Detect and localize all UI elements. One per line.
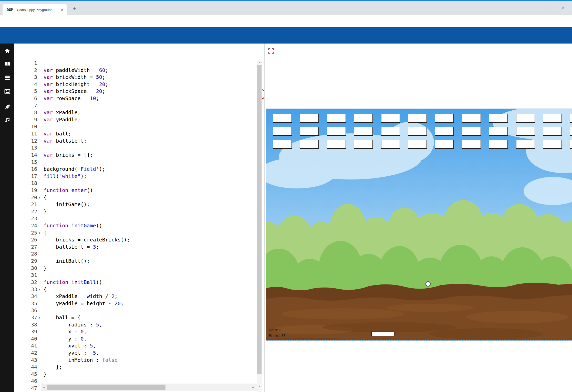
code-line[interactable]: 6var rowSpace = 10;	[14, 95, 257, 102]
code-line[interactable]: 9var yPaddle;	[14, 116, 257, 123]
code-line[interactable]: 11var ball;	[14, 130, 257, 137]
brick	[327, 140, 346, 149]
code-line[interactable]: 42 yvel : -5,	[14, 349, 257, 357]
line-number-gutter: 37▾	[14, 314, 42, 321]
game-paddle	[371, 332, 394, 336]
code-line[interactable]: 36	[14, 307, 257, 314]
code-line[interactable]: 3var brickWidth = 50;	[14, 74, 257, 81]
code-line[interactable]: 4var brickHeight = 20;	[14, 81, 257, 88]
code-line[interactable]: 45}	[14, 371, 257, 378]
line-number-gutter: 7	[14, 102, 42, 109]
code-line[interactable]: 37▾ ball = {	[14, 314, 257, 321]
music-icon[interactable]	[4, 117, 11, 123]
code-line[interactable]: 5var brickSpace = 20;	[14, 88, 257, 95]
brick	[408, 114, 427, 123]
line-number-gutter: 24	[14, 222, 42, 229]
vertical-scrollbar-thumb[interactable]	[257, 65, 262, 374]
scroll-left-icon[interactable]: ◂	[41, 385, 47, 390]
brick	[435, 140, 454, 149]
preview-fullscreen-icon[interactable]	[268, 48, 274, 54]
code-line[interactable]: 41 xvel : 5,	[14, 342, 257, 349]
code-line[interactable]: 8var xPaddle;	[14, 109, 257, 116]
line-number-gutter: 29	[14, 258, 42, 265]
line-number-gutter: 40	[14, 335, 42, 343]
code-line[interactable]: 28	[14, 250, 257, 258]
brick	[273, 127, 292, 136]
new-tab-button[interactable]: +	[71, 5, 78, 13]
code-line[interactable]: 30}	[14, 265, 257, 272]
code-editor[interactable]: 12var paddleWidth = 60;3var brickWidth =…	[14, 60, 257, 392]
line-number-gutter: 4	[14, 81, 42, 88]
code-line[interactable]: 2var paddleWidth = 60;	[14, 67, 257, 74]
code-line[interactable]: 31	[14, 272, 257, 279]
fold-arrow-icon[interactable]: ▾	[37, 286, 42, 293]
brick	[408, 127, 427, 136]
window-close-button[interactable]: ✕	[558, 4, 568, 12]
code-line[interactable]: 15	[14, 159, 257, 166]
code-line[interactable]: 14var bricks = [];	[14, 152, 257, 159]
brick	[516, 127, 535, 136]
code-line[interactable]: 39 x : 0,	[14, 328, 257, 335]
code-line[interactable]: 10	[14, 123, 257, 130]
brick	[300, 127, 319, 136]
hud-balls-count: Balls: 3	[269, 327, 281, 333]
code-line[interactable]: 24function initGame()	[14, 222, 257, 229]
code-line[interactable]: 22}	[14, 208, 257, 215]
scroll-right-icon[interactable]: ▸	[251, 385, 256, 390]
home-icon[interactable]	[4, 48, 11, 54]
horizontal-scrollbar-thumb[interactable]	[47, 385, 165, 390]
brick	[462, 127, 481, 136]
codeguppy-header: CodeGuppy Breakout ↻ Reload Save a copy	[0, 27, 572, 44]
window-minimize-button[interactable]: —	[523, 4, 533, 12]
line-number-gutter: 18	[14, 180, 42, 187]
code-line[interactable]: 26 bricks = createBricks();	[14, 236, 257, 243]
brick	[354, 114, 373, 123]
code-line[interactable]: 1	[14, 60, 257, 67]
code-line[interactable]: 23	[14, 215, 257, 222]
fold-arrow-icon[interactable]: ▾	[37, 314, 42, 321]
code-line[interactable]: 12var ballsLeft;	[14, 137, 257, 145]
line-number-gutter: 14	[14, 152, 42, 159]
code-line[interactable]: 13	[14, 144, 257, 152]
code-line[interactable]: 18	[14, 180, 257, 187]
line-number-gutter: 23	[14, 215, 42, 222]
rocket-icon[interactable]	[4, 104, 11, 110]
code-line[interactable]: 21 initGame();	[14, 201, 257, 208]
line-number-gutter: 16	[14, 166, 42, 173]
browser-tab[interactable]: Code CodeGuppy Playground ✕	[3, 4, 67, 16]
code-line[interactable]: 20▾{	[14, 194, 257, 201]
scroll-up-icon[interactable]: ▴	[257, 60, 262, 65]
code-line[interactable]: 29 initBall();	[14, 258, 257, 265]
code-line[interactable]: 7	[14, 102, 257, 109]
code-line[interactable]: 44 };	[14, 364, 257, 371]
code-line[interactable]: 16background('Field');	[14, 166, 257, 173]
line-number-gutter: 41	[14, 342, 42, 349]
window-maximize-button[interactable]: □	[540, 4, 550, 12]
game-canvas[interactable]: Balls: 3 Bricks: 33	[266, 109, 572, 341]
brick	[543, 114, 562, 123]
code-line[interactable]: 32function initBall()	[14, 279, 257, 286]
code-line[interactable]: 33▾{	[14, 286, 257, 293]
image-icon[interactable]	[4, 88, 11, 95]
menu-lines-icon[interactable]	[4, 75, 11, 81]
code-line[interactable]: 43 inMotion : false	[14, 357, 257, 364]
scroll-down-icon[interactable]: ▾	[257, 384, 262, 389]
code-line[interactable]: 40 y : 0,	[14, 335, 257, 343]
line-number-gutter: 38	[14, 321, 42, 329]
line-number-gutter: 9	[14, 116, 42, 123]
tab-close-icon[interactable]: ✕	[61, 8, 64, 12]
code-line[interactable]: 34 xPaddle = width / 2;	[14, 293, 257, 300]
book-icon[interactable]	[4, 61, 11, 67]
brick	[435, 127, 454, 136]
code-line[interactable]: 17fill("white");	[14, 173, 257, 180]
code-line[interactable]: 35 yPaddle = height - 20;	[14, 300, 257, 307]
brick	[273, 140, 292, 149]
code-line[interactable]: 27 ballsLeft = 3;	[14, 243, 257, 251]
line-number-gutter: 10	[14, 123, 42, 130]
code-line[interactable]: 38 radius : 5,	[14, 321, 257, 329]
brick	[435, 114, 454, 123]
fold-arrow-icon[interactable]: ▾	[37, 229, 42, 237]
code-line[interactable]: 25▾{	[14, 229, 257, 237]
code-line[interactable]: 19function enter()	[14, 187, 257, 194]
fold-arrow-icon[interactable]: ▾	[37, 194, 42, 201]
